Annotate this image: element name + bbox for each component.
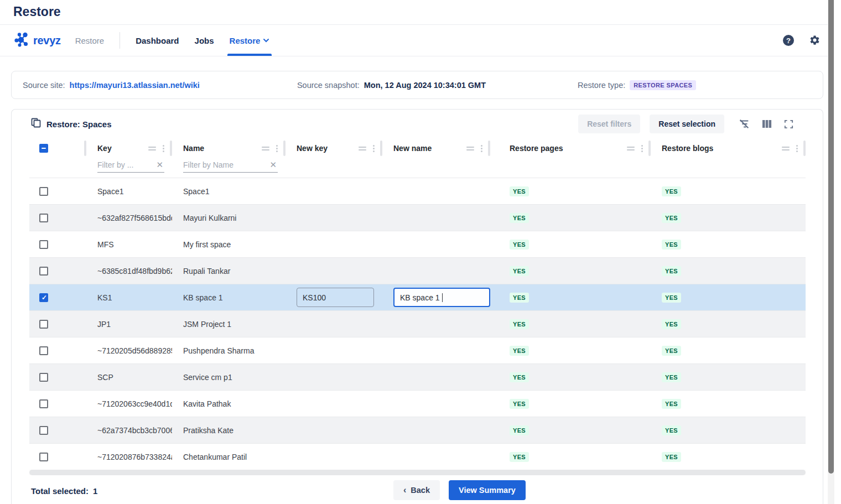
new-key-cell bbox=[285, 391, 382, 417]
back-button[interactable]: ‹ Back bbox=[393, 480, 440, 500]
drag-handle-icon[interactable] bbox=[466, 147, 474, 150]
horizontal-scrollbar-thumb[interactable] bbox=[29, 470, 806, 475]
name-cell: Rupali Tankar bbox=[172, 258, 285, 284]
row-checkbox[interactable] bbox=[39, 240, 48, 249]
header-name[interactable]: Name bbox=[172, 138, 285, 158]
table-row: ~62a7374bcb3cb7006Pratiksha KateYESYES bbox=[29, 417, 806, 443]
header-key-label: Key bbox=[97, 144, 112, 153]
source-site-link[interactable]: https://mayuri13.atlassian.net/wiki bbox=[70, 81, 200, 90]
new-key-cell bbox=[285, 258, 382, 284]
nav-item-restore-muted[interactable]: Restore bbox=[75, 25, 105, 56]
restore-blogs-badge: YES bbox=[662, 346, 681, 356]
page-scrollbar[interactable] bbox=[828, 0, 834, 504]
horizontal-scrollbar[interactable] bbox=[29, 470, 806, 475]
drag-handle-icon[interactable] bbox=[148, 147, 156, 150]
column-menu-icon[interactable] bbox=[276, 145, 278, 152]
new-name-cell bbox=[382, 444, 490, 470]
view-summary-button[interactable]: View Summary bbox=[449, 480, 526, 500]
row-checkbox[interactable] bbox=[39, 267, 48, 276]
table-row: JP1JSM Project 1YESYES bbox=[29, 310, 806, 337]
nav-item-restore-active[interactable]: Restore bbox=[230, 25, 270, 56]
restore-pages-badge: YES bbox=[510, 293, 529, 303]
reset-selection-button[interactable]: Reset selection bbox=[650, 115, 724, 133]
copy-icon bbox=[31, 118, 41, 130]
restore-pages-cell: YES bbox=[490, 391, 651, 417]
row-select-cell bbox=[29, 205, 86, 231]
drag-handle-icon[interactable] bbox=[262, 147, 269, 150]
restore-blogs-cell: YES bbox=[651, 364, 806, 390]
help-icon[interactable]: ? bbox=[782, 34, 795, 47]
fullscreen-icon[interactable] bbox=[783, 119, 794, 129]
restore-pages-badge: YES bbox=[510, 319, 529, 329]
nav-item-jobs[interactable]: Jobs bbox=[195, 25, 214, 56]
new-key-input[interactable]: KS100 bbox=[297, 288, 374, 307]
restore-pages-cell: YES bbox=[490, 284, 651, 310]
new-name-cell bbox=[382, 417, 490, 443]
row-checkbox[interactable] bbox=[39, 214, 48, 222]
name-cell: JSM Project 1 bbox=[172, 311, 285, 337]
column-menu-icon[interactable] bbox=[373, 145, 375, 152]
restore-blogs-badge: YES bbox=[662, 240, 681, 250]
column-menu-icon[interactable] bbox=[796, 145, 798, 152]
settings-gear-icon[interactable] bbox=[808, 34, 821, 47]
active-tab-underline bbox=[227, 54, 272, 56]
columns-icon[interactable] bbox=[761, 118, 772, 129]
clear-filter-icon[interactable]: ✕ bbox=[155, 160, 164, 170]
chevron-left-icon: ‹ bbox=[403, 485, 406, 495]
header-new-name-label: New name bbox=[393, 144, 432, 153]
row-checkbox[interactable] bbox=[39, 373, 48, 382]
header-restore-blogs-label: Restore blogs bbox=[662, 144, 713, 153]
row-select-cell bbox=[29, 284, 86, 310]
row-checkbox[interactable] bbox=[39, 320, 48, 329]
clear-filter-icon[interactable]: ✕ bbox=[268, 160, 278, 170]
nav-item-dashboard[interactable]: Dashboard bbox=[136, 25, 179, 56]
header-select-all-cell bbox=[29, 138, 86, 158]
new-name-cell bbox=[382, 364, 490, 390]
row-checkbox[interactable] bbox=[39, 187, 48, 196]
name-cell: Kavita Pathak bbox=[172, 391, 285, 417]
key-cell: JP1 bbox=[86, 311, 172, 337]
table-row: KS1KB space 1KS100KB space 1YESYES bbox=[29, 284, 806, 310]
header-new-key[interactable]: New key bbox=[285, 138, 382, 158]
drag-handle-icon[interactable] bbox=[782, 147, 790, 150]
header-name-label: Name bbox=[183, 144, 204, 153]
filter-off-icon[interactable] bbox=[738, 118, 750, 130]
drag-handle-icon[interactable] bbox=[359, 147, 366, 150]
restore-spaces-card: Restore: Spaces Reset filters Reset sele… bbox=[11, 109, 823, 504]
card-header-actions: Reset filters Reset selection bbox=[578, 115, 794, 133]
row-checkbox[interactable] bbox=[39, 453, 48, 461]
page-title: Restore bbox=[0, 0, 834, 24]
header-new-name[interactable]: New name bbox=[382, 138, 490, 158]
restore-blogs-badge: YES bbox=[662, 319, 681, 329]
restore-blogs-badge: YES bbox=[662, 186, 681, 196]
header-restore-blogs[interactable]: Restore blogs bbox=[651, 138, 806, 158]
restore-pages-cell: YES bbox=[490, 417, 651, 443]
column-menu-icon[interactable] bbox=[641, 145, 643, 152]
column-menu-icon[interactable] bbox=[481, 145, 482, 152]
row-checkbox[interactable] bbox=[39, 293, 48, 302]
table-footer: Total selected: 1 ‹ Back View Summary bbox=[12, 475, 823, 504]
column-menu-icon[interactable] bbox=[163, 145, 164, 152]
row-checkbox[interactable] bbox=[39, 399, 48, 408]
brand-logo[interactable]: revyz bbox=[13, 31, 61, 50]
new-name-input[interactable]: KB space 1 bbox=[393, 288, 490, 307]
row-checkbox[interactable] bbox=[39, 346, 48, 355]
key-filter-input[interactable]: Filter by ... ✕ bbox=[97, 160, 164, 173]
row-select-cell bbox=[29, 178, 86, 204]
drag-handle-icon[interactable] bbox=[627, 147, 635, 150]
text-cursor bbox=[442, 293, 443, 302]
total-selected-value: 1 bbox=[93, 486, 97, 496]
reset-filters-button[interactable]: Reset filters bbox=[578, 115, 640, 133]
row-select-cell bbox=[29, 417, 86, 443]
page-scrollbar-thumb[interactable] bbox=[828, 0, 834, 474]
row-checkbox[interactable] bbox=[39, 426, 48, 435]
key-cell: SCP bbox=[86, 364, 172, 390]
select-all-checkbox[interactable] bbox=[39, 144, 48, 153]
restore-blogs-badge: YES bbox=[662, 293, 681, 303]
row-select-cell bbox=[29, 311, 86, 337]
header-restore-pages[interactable]: Restore pages bbox=[490, 138, 651, 158]
new-name-cell bbox=[382, 178, 490, 204]
key-cell: ~71202063cc9e40d1d bbox=[86, 391, 172, 417]
header-key[interactable]: Key bbox=[86, 138, 172, 158]
name-filter-input[interactable]: Filter by Name ✕ bbox=[183, 160, 278, 173]
